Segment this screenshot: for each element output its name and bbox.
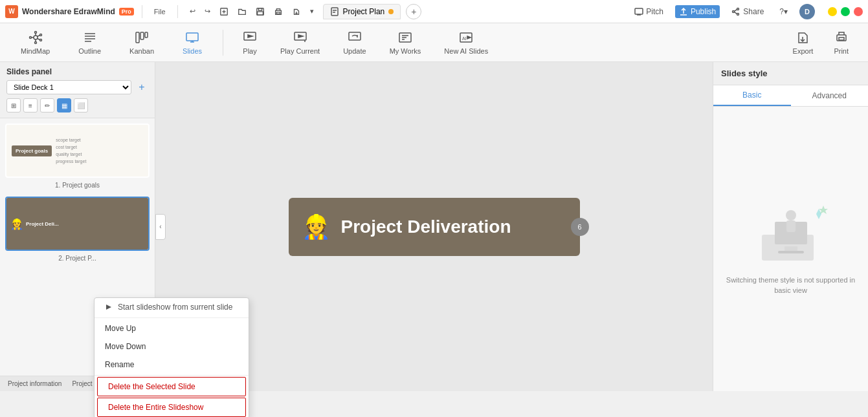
- slides-panel-title: Slides panel: [6, 67, 148, 76]
- goals-box: Project goals: [12, 145, 52, 156]
- illustration: [749, 202, 833, 267]
- window-controls: — □ ✕: [828, 7, 863, 16]
- slide-thumb-1: Project goals scope targetcost targetqua…: [5, 123, 150, 178]
- svg-rect-10: [331, 8, 338, 16]
- add-tab-btn[interactable]: +: [406, 4, 421, 19]
- svg-rect-5: [257, 12, 263, 15]
- my-works-label: My Works: [390, 47, 421, 55]
- play-current-icon: [293, 30, 307, 45]
- logo-icon: W: [5, 5, 18, 18]
- view-modes: MindMap Outline Kanban Slides: [13, 27, 210, 59]
- style-tabs: Basic Advanced: [713, 85, 868, 107]
- new-ai-slides-btn[interactable]: AI New AI Slides: [438, 28, 495, 58]
- canvas-slide-badge: 6: [571, 218, 589, 236]
- pitch-icon: [634, 7, 643, 16]
- redo-btn[interactable]: ↪: [201, 5, 214, 18]
- ctx-delete-selected[interactable]: Delete the Selected Slide: [97, 377, 246, 396]
- update-btn[interactable]: Update: [337, 28, 372, 58]
- mindmap-mode[interactable]: MindMap: [13, 27, 58, 59]
- deck-row: Slide Deck 1 +: [6, 80, 148, 94]
- svg-rect-49: [349, 32, 361, 40]
- undo-btn[interactable]: ↩: [186, 5, 199, 18]
- minimize-btn[interactable]: —: [828, 7, 837, 16]
- pitch-label: Pitch: [646, 7, 663, 16]
- ctx-delete-entire[interactable]: Delete the Entire Slideshow: [97, 398, 246, 417]
- add-deck-btn[interactable]: +: [135, 81, 148, 94]
- ctx-sep1: [95, 317, 249, 318]
- update-label: Update: [343, 47, 366, 55]
- outline-mode[interactable]: Outline: [71, 27, 109, 59]
- svg-marker-68: [816, 209, 821, 219]
- play-btn[interactable]: Play: [236, 28, 263, 58]
- ctx-move-down[interactable]: Move Down: [95, 337, 249, 356]
- icon-view-btn4[interactable]: ▦: [57, 98, 71, 112]
- deck-select[interactable]: Slide Deck 1: [6, 80, 131, 94]
- icon-view-btn2[interactable]: ≡: [23, 98, 38, 112]
- slide-thumb-inner-1: Project goals scope targetcost targetqua…: [6, 125, 148, 176]
- deliv-text: Project Deli...: [26, 221, 59, 227]
- svg-marker-57: [467, 36, 471, 39]
- print-quick-btn[interactable]: [270, 5, 287, 19]
- more-btn[interactable]: ▾: [306, 5, 318, 18]
- right-panel-content: Switching theme style is not supported i…: [713, 107, 868, 391]
- svg-rect-65: [778, 251, 804, 253]
- export-btn[interactable]: Export: [786, 28, 820, 58]
- slide-item-2[interactable]: 👷 Project Deli... 2. Project P...: [5, 197, 150, 263]
- new-ai-slides-label: New AI Slides: [444, 47, 488, 55]
- share-btn[interactable]: Share: [728, 5, 768, 18]
- play-current-btn[interactable]: Play Current: [274, 28, 326, 58]
- open-btn[interactable]: [234, 5, 250, 19]
- print-btn[interactable]: Print: [827, 28, 855, 58]
- slides-mode[interactable]: Slides: [175, 27, 210, 59]
- export-quick-btn[interactable]: [288, 5, 305, 19]
- doc-tab[interactable]: Project Plan: [323, 4, 401, 19]
- tab-divider: [142, 5, 142, 18]
- file-menu[interactable]: File: [150, 5, 170, 18]
- play-current-label: Play Current: [280, 47, 320, 55]
- app-logo: W Wondershare EdrawMind Pro: [5, 5, 134, 18]
- slides-icon: [185, 30, 199, 45]
- tab-basic[interactable]: Basic: [713, 85, 791, 106]
- svg-marker-61: [106, 305, 111, 310]
- slide-thumb-inner-2: 👷 Project Deli...: [6, 198, 148, 250]
- export-icon: [796, 30, 810, 45]
- slide-item-1[interactable]: Project goals scope targetcost targetqua…: [5, 123, 150, 190]
- slide-goals-content: Project goals scope targetcost targetqua…: [6, 131, 148, 171]
- share-label: Share: [743, 7, 764, 16]
- svg-line-21: [735, 12, 737, 14]
- icon-view-btn5[interactable]: ⬜: [74, 98, 88, 112]
- maximize-btn[interactable]: □: [841, 7, 850, 16]
- icon-view-btn1[interactable]: ⊞: [6, 98, 21, 112]
- slide-label-1: 1. Project goals: [5, 180, 150, 190]
- close-btn[interactable]: ✕: [854, 7, 863, 16]
- ctx-start-slideshow[interactable]: Start slideshow from surrent slide: [95, 298, 249, 316]
- collapse-panel-btn[interactable]: ‹: [155, 214, 166, 240]
- tab-advanced[interactable]: Advanced: [791, 85, 869, 106]
- svg-rect-40: [145, 32, 148, 37]
- goals-list: scope targetcost targetquality targetpro…: [56, 136, 86, 166]
- new-btn[interactable]: [216, 5, 232, 19]
- icon-view-btn3[interactable]: ✏: [40, 98, 54, 112]
- view-toolbar: MindMap Outline Kanban Slides Pla: [0, 23, 868, 62]
- my-works-icon: [398, 30, 412, 45]
- user-avatar[interactable]: D: [799, 4, 815, 19]
- right-panel-title: Slides style: [721, 69, 860, 78]
- bottom-tab-info[interactable]: Project information: [5, 379, 64, 389]
- ctx-rename[interactable]: Rename: [95, 356, 249, 374]
- publish-btn[interactable]: Publish: [675, 5, 720, 18]
- slideshow-icon: [105, 303, 113, 311]
- ctx-move-up[interactable]: Move Up: [95, 319, 249, 337]
- svg-rect-60: [839, 37, 844, 40]
- svg-rect-7: [276, 12, 280, 14]
- svg-line-30: [37, 35, 39, 36]
- svg-point-18: [737, 8, 739, 10]
- help-btn[interactable]: ?▾: [775, 5, 792, 18]
- kanban-mode[interactable]: Kanban: [122, 27, 162, 59]
- svg-line-22: [735, 9, 737, 11]
- svg-point-27: [34, 41, 36, 43]
- svg-point-28: [29, 36, 31, 38]
- pitch-btn[interactable]: Pitch: [630, 5, 667, 18]
- svg-point-19: [733, 10, 735, 12]
- save-btn[interactable]: [252, 5, 269, 19]
- my-works-btn[interactable]: My Works: [383, 28, 428, 58]
